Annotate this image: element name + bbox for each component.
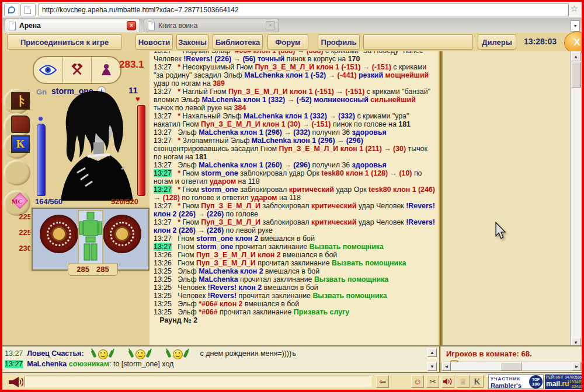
chat-scroll-up-button[interactable]: ▲ xyxy=(427,348,437,357)
eye-icon xyxy=(39,65,57,75)
character-panel: 283.1 Gn storm_one i 11 ♥ 164/560 520/52… xyxy=(2,51,151,345)
log-line: 13:26 Гном Пуп_З_Е_М_Л_И прочитал заклин… xyxy=(154,259,435,267)
log-line: Раунд № 2 xyxy=(154,316,435,324)
book-item-icon[interactable] xyxy=(11,116,30,133)
tab-list-dropdown[interactable]: ▼ xyxy=(571,20,580,32)
tab-label: Книга воина xyxy=(158,22,266,30)
nav-button-1[interactable]: Присоединиться к игре заново xyxy=(7,34,122,50)
sound-button[interactable] xyxy=(442,375,454,388)
log-line: 13:26 Гном Пуп_З_Е_М_Л_И клон 2 вмешался… xyxy=(154,251,435,259)
page-scrollbar[interactable]: ▲ ▼ xyxy=(570,51,581,348)
repair-button[interactable] xyxy=(63,57,92,83)
badge-text: РЕЙТИНГ 047005866 xyxy=(546,375,584,379)
smiley-button[interactable]: ☺ xyxy=(411,375,424,388)
scroll-up-button[interactable]: ▲ xyxy=(571,52,580,61)
chat-input[interactable] xyxy=(25,376,371,387)
beer-smiley-icon xyxy=(166,349,189,359)
clock: 13:28:03 xyxy=(524,37,557,46)
nav-button-2[interactable]: Новости xyxy=(135,34,173,50)
close-tab-icon[interactable]: × xyxy=(266,21,275,30)
k-item-icon[interactable]: K xyxy=(11,135,30,153)
chat-messages: 13:27 Ловец Счастья: с днем рождения мен… xyxy=(5,349,426,369)
room-horizontal-scrollbar[interactable]: ◄ ► xyxy=(442,362,582,371)
tab-label: Арена xyxy=(19,22,127,30)
page-icon xyxy=(25,6,31,14)
mailru-rating-badge[interactable]: РЕЙТИНГ 047005866 mail.ru 115348982491 xyxy=(545,374,584,389)
close-game-button[interactable]: X xyxy=(564,32,584,54)
stat-value: 225 xyxy=(8,212,32,221)
scroll-thumb[interactable] xyxy=(500,362,522,370)
chat-message: 13:27 MaLchenka союзникам: to [storm_one… xyxy=(5,359,426,370)
badge-brand: Rambler's xyxy=(491,382,522,389)
spy-button[interactable] xyxy=(34,57,63,83)
hp-value: 520/520 xyxy=(111,197,138,206)
browser-app-button[interactable] xyxy=(4,4,19,16)
log-line: 13:27 * Гном Пуп_З_Е_М_Л_И заблокировал … xyxy=(154,202,435,218)
crown-button[interactable]: ♕ xyxy=(457,375,470,388)
equipment-panel xyxy=(32,208,150,271)
statue-button[interactable] xyxy=(92,57,120,83)
stat-value: 225 xyxy=(8,228,32,237)
log-line: 13:27 Гном storm_one клон 2 вмешался в б… xyxy=(154,235,435,243)
beer-smiley-icon xyxy=(128,349,152,359)
chat-scrollbar[interactable]: ▲ ▼ xyxy=(427,348,437,371)
mana-value: 164/560 xyxy=(35,197,62,206)
scissors-button[interactable]: ✂ xyxy=(426,375,439,388)
crossed-hammers-icon xyxy=(71,64,84,76)
log-line: 13:27 Гном storm_one прочитал заклинание… xyxy=(154,243,435,251)
shield-item-right[interactable] xyxy=(103,215,141,253)
tab-kniga-voina[interactable]: Книга воина × xyxy=(144,19,279,32)
race-abbr: Gn xyxy=(36,88,47,96)
crystal-label: MC xyxy=(12,198,22,205)
rune-item-icon[interactable] xyxy=(11,92,30,110)
right-empty-panel xyxy=(444,51,570,345)
log-line: 13:27 * Гном storm_one заблокировал удар… xyxy=(154,169,435,186)
log-line: 13:25 Эльф *#06# клон 2 вмешался в бой xyxy=(154,300,435,308)
badge-brand: mail.ru xyxy=(546,380,569,388)
armor-doll[interactable] xyxy=(78,210,103,268)
log-line: 13:27 * Подлый Эльф *#06# клон 1 (888) →… xyxy=(154,51,435,63)
heart-icon: ♥ xyxy=(135,94,140,103)
log-line: 13:27 * Гном storm_one заблокировал крит… xyxy=(154,186,435,202)
mana-bar-cap xyxy=(39,117,43,121)
stat-column: 225225230 xyxy=(8,212,32,260)
nav-button-7[interactable]: Дилеры xyxy=(478,34,516,50)
bookmark-star-icon[interactable]: ☆ xyxy=(571,4,578,14)
log-line: 13:27 Эльф MaLchenka клон 1 (260) → (296… xyxy=(154,161,435,169)
rambler-top100-badge[interactable]: УЧАСТНИК Rambler's TOP 100 xyxy=(488,374,544,389)
page-button[interactable] xyxy=(20,4,36,16)
shield-item-left[interactable] xyxy=(40,215,78,253)
tab-arena[interactable]: Арена × xyxy=(5,19,140,32)
panel-divider xyxy=(438,51,444,345)
log-line: 13:27 * Злопамятный Эльф MaLchenka клон … xyxy=(154,136,435,161)
rating-value: 283.1 xyxy=(119,59,144,71)
log-line: 13:27 * Несокрушимый Гном Пуп_З_Е_М_Л_И … xyxy=(154,63,435,88)
nav-button-6[interactable]: Профиль xyxy=(318,34,360,50)
log-line: 13:27 Эльф MaLchenka клон 1 (296) → (332… xyxy=(154,128,435,136)
close-tab-icon[interactable]: × xyxy=(127,21,136,30)
avatar xyxy=(47,90,135,201)
scroll-thumb[interactable] xyxy=(572,62,581,88)
scroll-right-button[interactable]: ► xyxy=(572,362,581,370)
chat-scroll-down-button[interactable]: ▼ xyxy=(427,362,437,371)
nav-button-5[interactable]: Форум xyxy=(267,34,308,50)
scroll-left-button[interactable]: ◄ xyxy=(442,362,451,370)
badge-text: УЧАСТНИК xyxy=(491,376,520,382)
back-arrow-button[interactable]: ⇦ xyxy=(376,375,389,388)
chat-panel: 13:27 Ловец Счастья: с днем рождения мен… xyxy=(2,345,582,373)
browser-chrome: ☆ xyxy=(2,2,582,18)
beer-smiley-icon xyxy=(91,349,114,359)
weapon-damage-values: 285285 xyxy=(68,264,118,276)
battle-log: 13:27 * Подлый Эльф *#06# клон 1 (888) →… xyxy=(150,51,438,345)
nav-button-3[interactable]: Законы xyxy=(176,34,208,50)
log-line: 13:25 Человек !Revers! клон 2 вмешался в… xyxy=(154,284,435,292)
megaphone-icon[interactable] xyxy=(7,376,23,388)
address-bar[interactable] xyxy=(39,4,569,16)
nav-empty-cell xyxy=(363,34,473,50)
figure-icon xyxy=(100,64,112,76)
log-line: 13:27 * Гном Пуп_З_Е_М_Л_И заблокировал … xyxy=(154,218,435,235)
magic-crystal-icon[interactable]: MC xyxy=(8,194,32,212)
game-nav-bar: Присоединиться к игре зановоНовостиЗакон… xyxy=(2,33,582,52)
k-button[interactable]: K xyxy=(471,375,484,388)
nav-button-4[interactable]: Библиотека xyxy=(213,34,263,50)
